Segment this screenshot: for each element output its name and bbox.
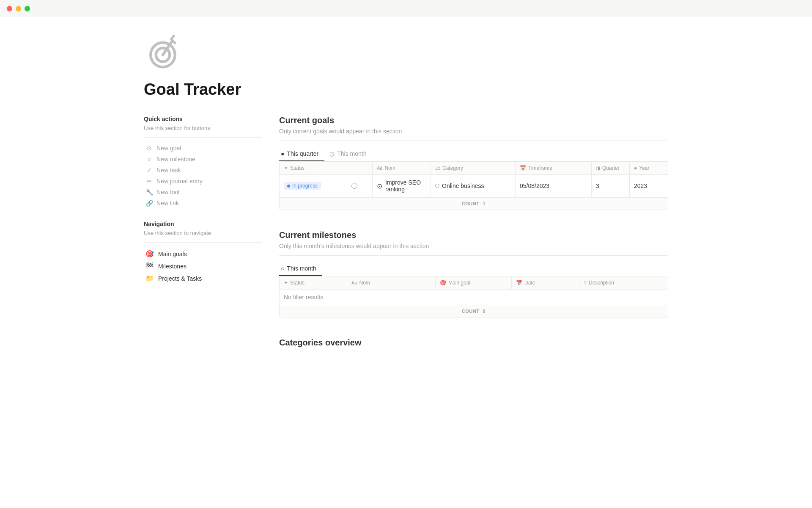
current-goals-title: Current goals [279,116,668,125]
close-button[interactable] [7,6,12,11]
main-content: Current goals Only current goals would a… [279,116,668,368]
quick-action-new-tool-label: New tool [156,189,179,196]
milestones-label: Milestones [158,263,187,270]
th-nom: Aa Nom [373,162,431,174]
task-icon: ✓ [145,167,153,174]
sidebar-divider-2 [144,242,262,243]
th-year: ● Year [630,162,668,174]
sidebar: Quick actions Use this section for butto… [144,116,262,368]
categories-overview-title: Categories overview [279,338,668,348]
page-title: Goal Tracker [144,80,668,99]
journal-icon: ✏ [145,178,153,185]
quick-action-new-tool[interactable]: 🔧 New tool [144,187,262,198]
month-tab-icon: ◷ [329,150,335,157]
quick-action-new-journal[interactable]: ✏ New journal entry [144,176,262,187]
main-goals-icon: 🎯 [145,250,154,258]
quick-action-new-milestone[interactable]: ○ New milestone [144,154,262,165]
td-year: 2023 [630,175,668,197]
quarter-tab-label: This quarter [287,150,318,157]
current-goals-section: Current goals Only current goals would a… [279,116,668,210]
current-goals-desc: Only current goals would appear in this … [279,128,668,135]
sidebar-divider-1 [144,137,262,138]
quick-action-new-goal-label: New goal [156,145,181,152]
year-th-icon: ● [634,165,637,171]
th-ms-status: ✦ Status [280,276,347,289]
quick-actions-list: ⊙ New goal ○ New milestone ✓ New task ✏ … [144,143,262,209]
no-filter-results: No filter results. [280,290,668,305]
quick-action-new-link-label: New link [156,200,179,207]
timeframe-th-icon: 📅 [520,165,526,171]
current-milestones-divider [279,255,668,256]
quick-action-new-journal-label: New journal entry [156,178,203,185]
th-timeframe: 📅 Timeframe [516,162,592,174]
goals-tabs: ● This quarter ◷ This month [279,147,668,161]
td-status: In progress [280,175,347,197]
ms-desc-th-icon: ≡ [584,280,587,286]
quick-action-new-task[interactable]: ✓ New task [144,165,262,176]
goals-table-header: ✦ Status Aa Nom 🗂 Category [280,162,668,175]
tab-this-month-milestones[interactable]: ○ This month [279,262,322,276]
tab-this-month-goals[interactable]: ◷ This month [328,147,372,161]
milestones-table-header: ✦ Status Aa Nom 🎯 Main goal 📅 [280,276,668,290]
sidebar-item-projects-tasks[interactable]: 📁 Projects & Tasks [144,272,262,284]
navigation-desc: Use this section to navigate [144,230,262,236]
goal-row-icon: ⊙ [377,182,382,190]
category-th-icon: 🗂 [435,165,440,171]
th-quarter: ◑ Quarter [592,162,630,174]
milestones-table: ✦ Status Aa Nom 🎯 Main goal 📅 [279,276,668,318]
titlebar [0,0,812,17]
td-timeframe: 05/08/2023 [516,175,592,197]
goals-count-row: COUNT 1 [280,197,668,210]
tool-icon: 🔧 [145,189,153,196]
current-milestones-title: Current milestones [279,230,668,240]
this-month-tab-label: This month [287,265,316,272]
th-status: ✦ Status [280,162,347,174]
quick-action-new-task-label: New task [156,167,181,174]
nom-th-icon: Aa [377,166,382,171]
row-circle-icon [351,183,357,189]
ms-main-goal-th-icon: 🎯 [440,280,446,286]
status-badge: In progress [284,182,321,190]
quick-actions-title: Quick actions [144,116,262,122]
goals-count-label: COUNT [462,201,480,206]
th-ms-nom: Aa Nom [347,276,436,289]
link-icon: 🔗 [145,200,153,207]
goals-table: ✦ Status Aa Nom 🗂 Category [279,161,668,210]
goal-icon: ⊙ [145,145,153,152]
projects-tasks-icon: 📁 [145,274,154,282]
quick-action-new-goal[interactable]: ⊙ New goal [144,143,262,154]
milestones-count-row: COUNT 0 [280,305,668,317]
sidebar-item-main-goals[interactable]: 🎯 Main goals [144,248,262,260]
goals-count-value: 1 [483,201,486,206]
td-category: Online business [431,175,516,197]
status-th-icon: ✦ [284,165,288,171]
quarter-tab-icon: ● [281,150,284,157]
quick-actions-desc: Use this section for buttons [144,125,262,131]
maximize-button[interactable] [25,6,30,11]
th-nom-check [347,162,373,174]
this-month-tab-icon: ○ [281,265,284,272]
ms-date-th-icon: 📅 [516,280,522,286]
table-row[interactable]: In progress ⊙ Improve SEO ranking O [280,175,668,197]
td-quarter: 3 [592,175,630,197]
td-check [347,175,373,197]
current-milestones-section: Current milestones Only this month's mil… [279,230,668,318]
page-icon [144,34,668,72]
navigation-section: Navigation Use this section to navigate … [144,221,262,284]
projects-tasks-label: Projects & Tasks [158,275,202,282]
navigation-title: Navigation [144,221,262,227]
category-dot [435,184,439,188]
tab-this-quarter[interactable]: ● This quarter [279,147,324,161]
quick-action-new-milestone-label: New milestone [156,156,195,163]
milestones-icon: 🏁 [145,262,154,270]
quarter-th-icon: ◑ [596,165,600,171]
th-ms-main-goal: 🎯 Main goal [436,276,512,289]
main-goals-label: Main goals [158,251,187,257]
minimize-button[interactable] [16,6,21,11]
month-tab-label: This month [337,150,366,157]
quick-action-new-link[interactable]: 🔗 New link [144,198,262,209]
milestones-count-value: 0 [483,309,486,314]
milestone-icon: ○ [145,156,153,163]
current-milestones-desc: Only this month's milestones would appea… [279,243,668,249]
sidebar-item-milestones[interactable]: 🏁 Milestones [144,260,262,272]
